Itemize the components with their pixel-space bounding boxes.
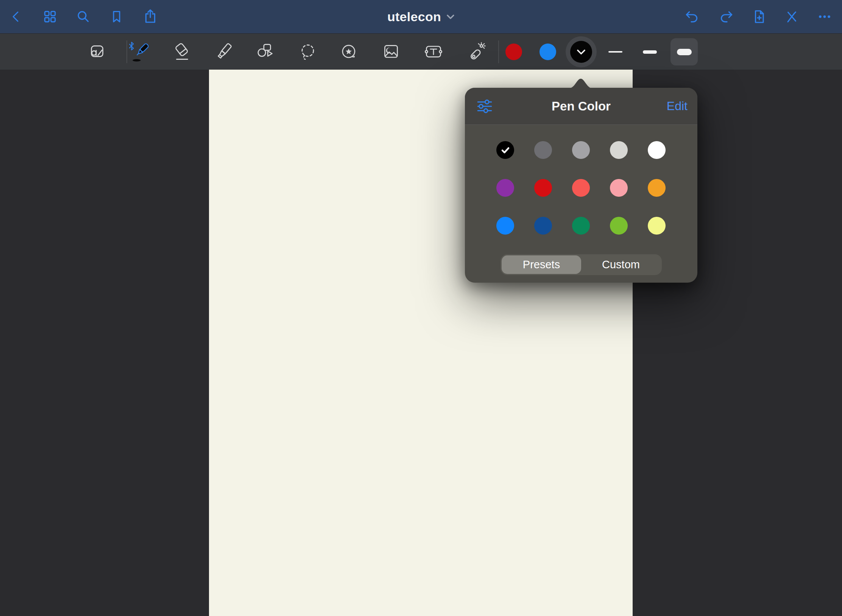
sticker-star-icon xyxy=(338,41,360,63)
tool-image[interactable] xyxy=(378,39,404,65)
bookmark-button[interactable] xyxy=(105,5,128,28)
popover-title: Pen Color xyxy=(552,99,611,114)
edit-colors-button[interactable]: Edit xyxy=(667,99,688,113)
medium-line-icon xyxy=(643,50,657,54)
quick-color-blue[interactable] xyxy=(540,44,556,60)
redo-icon xyxy=(718,9,734,25)
color-swatch-green[interactable] xyxy=(610,217,628,235)
popover-header: Pen Color Edit xyxy=(465,88,697,125)
more-button[interactable] xyxy=(813,5,836,28)
pen-bluetooth-icon xyxy=(126,39,152,64)
stylus-readonly-button[interactable] xyxy=(780,5,803,28)
ellipsis-icon xyxy=(817,9,833,25)
bookmark-icon xyxy=(109,9,124,24)
popover-arrow xyxy=(569,78,592,88)
eraser-icon xyxy=(171,41,193,63)
share-icon xyxy=(142,9,158,25)
toolbar-separator xyxy=(498,40,499,63)
tool-laser-pointer[interactable] xyxy=(463,39,489,65)
stroke-width-thick[interactable] xyxy=(670,38,698,65)
color-swatch-dark-gray[interactable] xyxy=(534,141,552,159)
canvas-background xyxy=(0,70,842,616)
zoom-window-icon xyxy=(86,41,108,63)
undo-button[interactable] xyxy=(681,5,703,28)
thin-line-icon xyxy=(608,51,622,53)
stroke-width-medium[interactable] xyxy=(636,38,663,65)
color-swatch-pink[interactable] xyxy=(610,179,628,197)
tool-text[interactable] xyxy=(421,39,446,65)
stroke-width-thin[interactable] xyxy=(602,38,629,65)
thumbnails-button[interactable] xyxy=(39,5,61,28)
color-swatch-white[interactable] xyxy=(648,141,666,159)
color-swatch-black-selected[interactable] xyxy=(496,141,514,159)
document-title[interactable]: utelecon xyxy=(387,9,455,24)
color-swatch-grid xyxy=(496,141,666,235)
color-swatch-navy[interactable] xyxy=(534,217,552,235)
undo-icon xyxy=(684,9,700,25)
document-title-label: utelecon xyxy=(387,9,441,24)
tool-lasso[interactable] xyxy=(295,39,321,65)
color-swatch-gray[interactable] xyxy=(572,141,590,159)
tool-zoom-window[interactable] xyxy=(84,39,109,65)
sliders-icon xyxy=(476,98,493,115)
tool-sticker[interactable] xyxy=(336,39,362,65)
tool-pen[interactable] xyxy=(126,39,152,65)
color-swatch-blue[interactable] xyxy=(496,217,514,235)
text-box-icon xyxy=(423,41,444,63)
color-swatch-teal[interactable] xyxy=(572,217,590,235)
tool-eraser[interactable] xyxy=(169,39,195,65)
tool-bar xyxy=(0,33,842,70)
pen-settings-button[interactable] xyxy=(476,97,494,115)
checkmark-icon xyxy=(501,146,510,154)
quick-color-red[interactable] xyxy=(505,44,522,60)
thumbnails-grid-icon xyxy=(42,9,58,25)
add-page-button[interactable] xyxy=(748,5,770,28)
tab-custom[interactable]: Custom xyxy=(581,255,661,274)
search-button[interactable] xyxy=(72,5,94,28)
selected-color-circle xyxy=(570,41,592,63)
color-swatch-coral[interactable] xyxy=(572,179,590,197)
laser-pointer-icon xyxy=(465,41,487,63)
shapes-icon xyxy=(254,41,276,63)
thick-line-icon xyxy=(677,49,692,55)
tool-highlighter[interactable] xyxy=(212,39,237,65)
tool-shapes[interactable] xyxy=(252,39,278,65)
image-icon xyxy=(380,41,402,63)
pen-color-popover: Pen Color Edit Presets Custom xyxy=(465,88,697,283)
lasso-icon xyxy=(297,41,319,63)
stylus-crossed-icon xyxy=(784,9,800,25)
tab-presets[interactable]: Presets xyxy=(502,255,581,274)
color-swatch-orange[interactable] xyxy=(648,179,666,197)
search-icon xyxy=(75,9,91,25)
color-swatch-red[interactable] xyxy=(534,179,552,197)
add-page-icon xyxy=(751,9,767,25)
chevron-down-icon xyxy=(446,14,455,20)
redo-button[interactable] xyxy=(715,5,738,28)
color-swatch-light-gray[interactable] xyxy=(610,141,628,159)
back-button[interactable] xyxy=(5,5,28,28)
quick-color-black-selected[interactable] xyxy=(566,36,597,67)
color-swatch-purple[interactable] xyxy=(496,179,514,197)
back-icon xyxy=(9,9,24,24)
color-swatch-yellow[interactable] xyxy=(648,217,666,235)
presets-custom-segmented-control: Presets Custom xyxy=(501,254,662,275)
chevron-down-icon xyxy=(576,48,586,55)
title-bar: utelecon xyxy=(0,0,842,33)
highlighter-icon xyxy=(214,41,235,63)
share-button[interactable] xyxy=(139,5,162,28)
